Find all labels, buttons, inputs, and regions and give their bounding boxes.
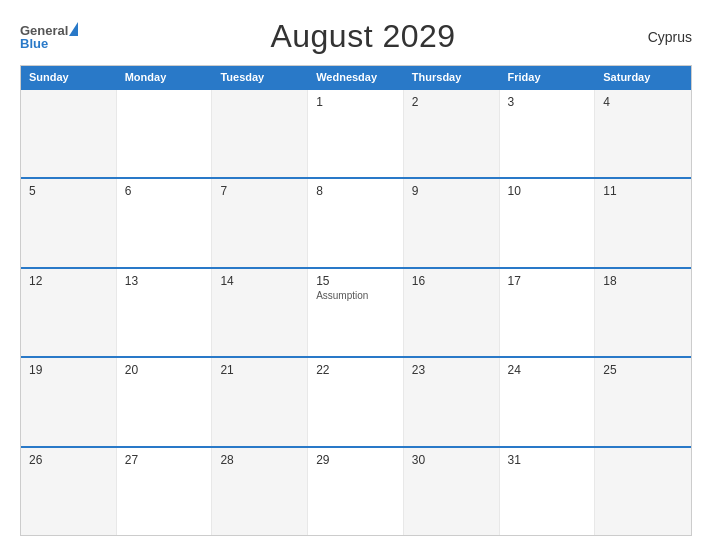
logo-stack: General Blue xyxy=(20,24,78,50)
header: General Blue August 2029 Cyprus xyxy=(20,18,692,55)
table-row: 15 Assumption xyxy=(308,269,404,356)
table-row: 14 xyxy=(212,269,308,356)
table-row: 3 xyxy=(500,90,596,177)
week-2: 5 6 7 8 9 10 11 xyxy=(21,177,691,266)
table-row: 10 xyxy=(500,179,596,266)
table-row: 8 xyxy=(308,179,404,266)
table-row: 2 xyxy=(404,90,500,177)
table-row xyxy=(595,448,691,535)
table-row: 5 xyxy=(21,179,117,266)
logo: General Blue xyxy=(20,24,78,50)
logo-general-text: General xyxy=(20,24,68,37)
logo-triangle-icon xyxy=(69,22,78,36)
table-row: 11 xyxy=(595,179,691,266)
country-label: Cyprus xyxy=(648,29,692,45)
week-4: 19 20 21 22 23 24 25 xyxy=(21,356,691,445)
table-row: 23 xyxy=(404,358,500,445)
week-1: 1 2 3 4 xyxy=(21,88,691,177)
week-3: 12 13 14 15 Assumption 16 17 18 xyxy=(21,267,691,356)
table-row: 7 xyxy=(212,179,308,266)
table-row: 30 xyxy=(404,448,500,535)
weekday-sunday: Sunday xyxy=(21,66,117,88)
calendar-header: Sunday Monday Tuesday Wednesday Thursday… xyxy=(21,66,691,88)
table-row xyxy=(212,90,308,177)
table-row xyxy=(117,90,213,177)
table-row: 28 xyxy=(212,448,308,535)
table-row: 9 xyxy=(404,179,500,266)
weekday-thursday: Thursday xyxy=(404,66,500,88)
table-row: 17 xyxy=(500,269,596,356)
table-row: 12 xyxy=(21,269,117,356)
weekday-wednesday: Wednesday xyxy=(308,66,404,88)
table-row: 21 xyxy=(212,358,308,445)
logo-top-row: General xyxy=(20,24,78,37)
table-row: 13 xyxy=(117,269,213,356)
weekday-monday: Monday xyxy=(117,66,213,88)
table-row: 31 xyxy=(500,448,596,535)
table-row: 29 xyxy=(308,448,404,535)
table-row: 22 xyxy=(308,358,404,445)
table-row: 20 xyxy=(117,358,213,445)
table-row: 18 xyxy=(595,269,691,356)
weekday-friday: Friday xyxy=(500,66,596,88)
weekday-saturday: Saturday xyxy=(595,66,691,88)
weekday-tuesday: Tuesday xyxy=(212,66,308,88)
table-row xyxy=(21,90,117,177)
table-row: 6 xyxy=(117,179,213,266)
page: General Blue August 2029 Cyprus Sunday M… xyxy=(0,0,712,550)
calendar-body: 1 2 3 4 5 6 7 8 9 10 11 12 13 14 xyxy=(21,88,691,535)
table-row: 19 xyxy=(21,358,117,445)
month-title: August 2029 xyxy=(270,18,455,55)
calendar: Sunday Monday Tuesday Wednesday Thursday… xyxy=(20,65,692,536)
table-row: 25 xyxy=(595,358,691,445)
table-row: 1 xyxy=(308,90,404,177)
week-5: 26 27 28 29 30 31 xyxy=(21,446,691,535)
table-row: 27 xyxy=(117,448,213,535)
logo-blue-text: Blue xyxy=(20,37,78,50)
table-row: 26 xyxy=(21,448,117,535)
table-row: 4 xyxy=(595,90,691,177)
event-assumption: Assumption xyxy=(316,290,395,301)
table-row: 16 xyxy=(404,269,500,356)
table-row: 24 xyxy=(500,358,596,445)
